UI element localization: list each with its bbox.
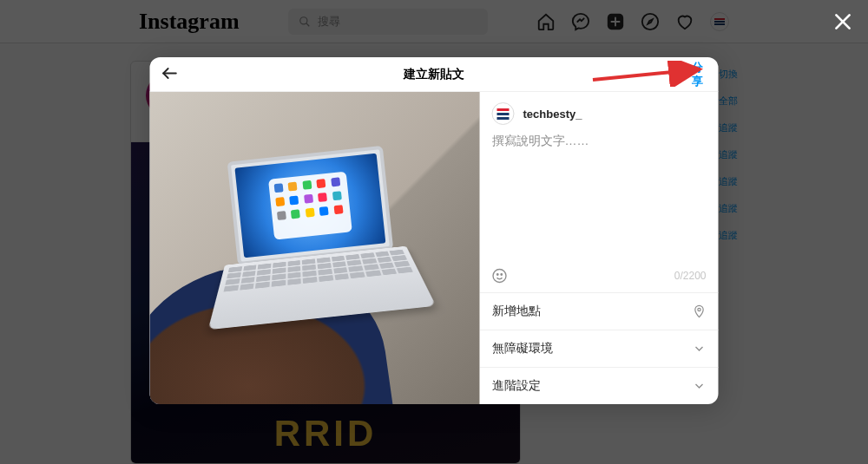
author-avatar-icon: [492, 102, 515, 125]
caption-footer: 0/2200: [480, 263, 719, 293]
svg-point-11: [698, 308, 700, 310]
svg-point-10: [501, 274, 503, 276]
image-preview[interactable]: [150, 92, 480, 404]
close-icon[interactable]: [832, 10, 854, 36]
form-column: techbesty_ 0/2200 新增地點 無障礙環境 進階設定: [480, 92, 719, 404]
back-button[interactable]: [161, 63, 180, 85]
add-location-row[interactable]: 新增地點: [480, 293, 719, 330]
emoji-icon[interactable]: [492, 268, 508, 284]
author-username: techbesty_: [523, 108, 582, 121]
char-counter: 0/2200: [674, 270, 707, 282]
accessibility-label: 無障礙環境: [492, 341, 553, 356]
advanced-label: 進階設定: [492, 378, 541, 394]
modal-header: 建立新貼文 分享: [150, 57, 719, 92]
chevron-down-icon: [693, 379, 707, 393]
share-button[interactable]: 分享: [689, 61, 707, 88]
svg-point-9: [497, 274, 499, 276]
location-pin-icon: [693, 304, 707, 318]
advanced-settings-row[interactable]: 進階設定: [480, 368, 719, 404]
caption-input[interactable]: [492, 134, 707, 259]
create-post-modal: 建立新貼文 分享: [150, 57, 719, 404]
modal-title: 建立新貼文: [404, 67, 464, 82]
svg-point-8: [493, 270, 506, 283]
chevron-down-icon: [693, 342, 707, 356]
add-location-label: 新增地點: [492, 304, 541, 319]
author-row: techbesty_: [480, 92, 719, 130]
accessibility-row[interactable]: 無障礙環境: [480, 330, 719, 368]
